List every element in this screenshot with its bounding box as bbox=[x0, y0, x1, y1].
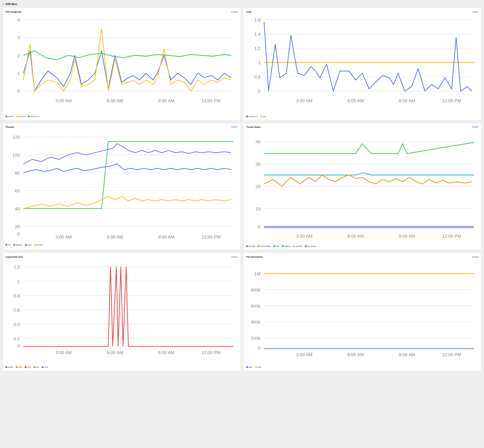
svg-text:0.8: 0.8 bbox=[14, 293, 20, 298]
cpu-usage-chart: 4 3 2 1 0 3:00 AM 6:00 AM 9:00 AM 12:00 … bbox=[6, 15, 238, 114]
svg-text:0.2: 0.2 bbox=[14, 336, 20, 341]
legend-color-runnable bbox=[293, 245, 294, 247]
legend-item-runnable: runnable bbox=[293, 245, 302, 247]
legend-color-cpu bbox=[260, 116, 262, 117]
svg-text:12:00 PM: 12:00 PM bbox=[202, 350, 221, 355]
svg-text:400k: 400k bbox=[251, 320, 260, 325]
legend-item-process1h: process-1h bbox=[28, 115, 39, 117]
cpu-usage-panel: CPU Usage (%) Inspect 4 3 2 1 0 3:00 AM … bbox=[3, 8, 241, 120]
svg-text:40: 40 bbox=[15, 206, 20, 211]
svg-text:1M: 1M bbox=[254, 271, 260, 276]
log-events-chart: 1.2 1 0.8 0.6 0.4 0.2 0 3:00 AM 6:00 AM … bbox=[6, 260, 238, 363]
threads-header: Threads Inspect bbox=[6, 126, 238, 128]
cpu-usage-header: CPU Usage (%) Inspect bbox=[6, 11, 238, 13]
threads-legend: live daemon peak process bbox=[6, 244, 238, 246]
svg-text:12:00 PM: 12:00 PM bbox=[442, 98, 461, 103]
legend-color-process1h bbox=[28, 116, 30, 117]
svg-text:1.2: 1.2 bbox=[254, 46, 260, 51]
file-descriptors-panel: File Descriptors Inspect 1M 800k 600k 40… bbox=[243, 253, 481, 371]
svg-text:1.2: 1.2 bbox=[14, 265, 20, 270]
load-title: Load bbox=[246, 11, 251, 13]
svg-text:30: 30 bbox=[255, 162, 260, 167]
load-header: Load Inspect bbox=[246, 11, 478, 13]
svg-text:9:00 AM: 9:00 AM bbox=[158, 350, 174, 355]
legend-label-daemon: daemon bbox=[16, 244, 23, 246]
dashboard-grid: CPU Usage (%) Inspect 4 3 2 1 0 3:00 AM … bbox=[3, 8, 481, 371]
legend-color-process bbox=[16, 116, 18, 117]
legend-label-system: system bbox=[8, 115, 14, 117]
thread-states-inspect[interactable]: Inspect bbox=[472, 126, 478, 128]
legend-item-cpu: cpu bbox=[260, 115, 266, 117]
svg-text:0: 0 bbox=[258, 89, 260, 94]
legend-label-peak: peak bbox=[27, 244, 31, 246]
legend-item-trace: trace bbox=[42, 366, 48, 368]
svg-text:3:00 AM: 3:00 AM bbox=[55, 98, 72, 103]
load-panel: Load Inspect 1.6 1.4 1.2 1 0.8 0 3:00 AM bbox=[243, 8, 481, 120]
svg-text:800k: 800k bbox=[251, 288, 260, 292]
svg-text:1: 1 bbox=[17, 71, 20, 76]
legend-color-process-threads bbox=[34, 244, 36, 246]
file-descriptors-inspect[interactable]: Inspect bbox=[472, 256, 478, 258]
log-events-legend: debug warn error info trace bbox=[6, 365, 238, 368]
svg-text:3:00 AM: 3:00 AM bbox=[55, 234, 72, 240]
thread-states-legend: blocked timed-waiting new waiting runnab… bbox=[246, 244, 478, 247]
legend-item-timed-waiting: timed-waiting bbox=[258, 245, 271, 247]
legend-item-terminated: terminated bbox=[305, 245, 316, 247]
legend-label-process: process bbox=[19, 115, 25, 117]
file-descriptors-legend: open max bbox=[246, 365, 478, 368]
svg-text:6:00 AM: 6:00 AM bbox=[347, 352, 364, 357]
file-descriptors-chart: 1M 800k 600k 400k 200k 0 3:00 AM 6:00 AM… bbox=[246, 260, 478, 363]
legend-item-system1m: system-1m bbox=[246, 115, 258, 117]
legend-color-live bbox=[6, 244, 7, 246]
legend-color-daemon bbox=[14, 244, 15, 246]
legend-item-system: system bbox=[6, 115, 14, 117]
threads-inspect[interactable]: Inspect bbox=[231, 126, 238, 128]
legend-item-max: max bbox=[255, 366, 261, 368]
cpu-usage-inspect[interactable]: Inspect bbox=[231, 11, 238, 13]
legend-color-system bbox=[6, 116, 7, 117]
legend-label-system1m: system-1m bbox=[249, 115, 258, 117]
svg-text:0: 0 bbox=[17, 343, 20, 348]
svg-text:3:00 AM: 3:00 AM bbox=[296, 234, 312, 239]
load-chart: 1.6 1.4 1.2 1 0.8 0 3:00 AM 6:00 AM 9:00… bbox=[246, 15, 478, 114]
load-inspect[interactable]: Inspect bbox=[472, 11, 478, 13]
legend-item-warn: warn bbox=[16, 366, 22, 368]
thread-states-chart: 40 30 20 10 0 3:00 AM 6:00 AM 9:00 AM 12… bbox=[246, 130, 478, 242]
section-title: JVM Misc bbox=[5, 3, 17, 6]
legend-color-waiting bbox=[282, 245, 284, 247]
svg-text:0.4: 0.4 bbox=[14, 322, 20, 327]
svg-text:0: 0 bbox=[17, 231, 20, 236]
svg-text:0.6: 0.6 bbox=[14, 308, 20, 313]
legend-color-new bbox=[273, 245, 275, 247]
svg-text:6:00 AM: 6:00 AM bbox=[347, 234, 364, 239]
svg-text:1.4: 1.4 bbox=[254, 32, 260, 37]
svg-text:12:00 PM: 12:00 PM bbox=[202, 234, 221, 240]
legend-color-peak bbox=[25, 244, 27, 246]
log-events-inspect[interactable]: Inspect bbox=[231, 256, 238, 258]
log-events-panel: Log Events (1m) Inspect 1.2 1 0.8 0.6 0.… bbox=[3, 253, 241, 371]
chevron-down-icon[interactable]: ▾ bbox=[3, 3, 4, 5]
legend-item-error: error bbox=[25, 366, 31, 368]
svg-text:200k: 200k bbox=[251, 336, 260, 341]
svg-text:0: 0 bbox=[258, 224, 260, 229]
svg-text:80: 80 bbox=[15, 170, 20, 176]
svg-text:9:00 AM: 9:00 AM bbox=[399, 352, 415, 357]
svg-text:40: 40 bbox=[255, 139, 260, 144]
svg-text:9:00 AM: 9:00 AM bbox=[158, 98, 174, 103]
legend-label-cpu: cpu bbox=[263, 115, 266, 117]
thread-states-title: Thread States bbox=[246, 126, 261, 128]
cpu-usage-legend: system process process-1h bbox=[6, 115, 238, 117]
legend-item-debug: debug bbox=[6, 366, 13, 368]
legend-item-blocked: blocked bbox=[246, 245, 255, 247]
svg-text:6:00 AM: 6:00 AM bbox=[347, 98, 364, 103]
svg-text:10: 10 bbox=[255, 206, 260, 211]
svg-text:1: 1 bbox=[258, 60, 260, 65]
cpu-usage-title: CPU Usage (%) bbox=[6, 11, 21, 13]
legend-color-terminated bbox=[305, 245, 307, 247]
legend-label-process-threads: process bbox=[37, 244, 43, 246]
thread-states-panel: Thread States Inspect 40 30 20 10 0 3:00… bbox=[243, 123, 481, 250]
svg-text:4: 4 bbox=[17, 17, 20, 22]
legend-item-process-threads: process bbox=[34, 244, 43, 246]
svg-text:6:00 AM: 6:00 AM bbox=[107, 234, 123, 240]
legend-label-process1h: process-1h bbox=[30, 115, 39, 117]
